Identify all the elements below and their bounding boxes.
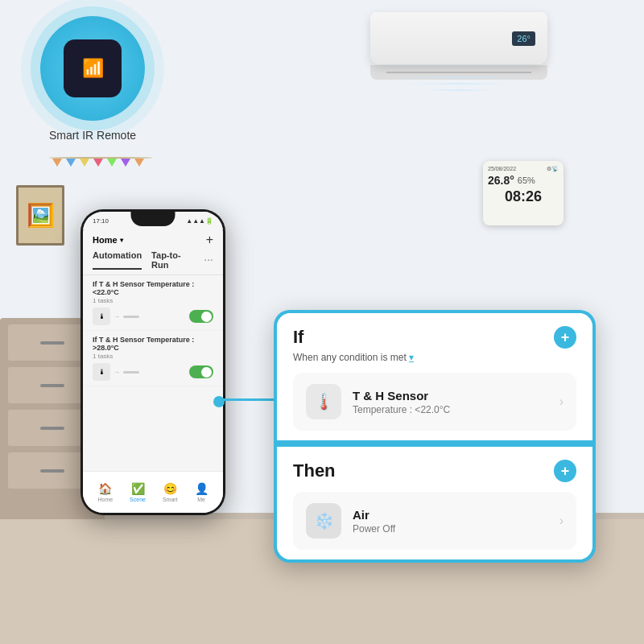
popup-if-section: If + When any condition is met ▾ 🌡️ T & …: [277, 313, 592, 440]
popup-then-title: Then: [293, 460, 336, 481]
nav-scene-label: Scene: [130, 497, 146, 502]
nav-home-label: Home: [97, 497, 113, 502]
ir-remote-label: Smart IR Remote: [49, 129, 136, 142]
popup-if-title: If: [293, 327, 303, 348]
airflow-line-1: [386, 76, 531, 78]
automation-title-1: If T & H Sensor Temperature : <22.0°C: [93, 280, 213, 296]
home-dropdown-icon: ▾: [120, 237, 123, 244]
popup-if-add-button[interactable]: +: [554, 326, 576, 349]
picture-frame: 🖼️: [16, 185, 64, 246]
device-th-sensor-icon: 🌡️: [306, 384, 341, 419]
device-air-info: Air Power Off: [353, 508, 548, 535]
then-device-chevron: ›: [559, 514, 564, 528]
phone-status-icons: ▲▲▲🔋: [186, 217, 213, 225]
nav-home-icon: 🏠: [98, 482, 112, 495]
condition-text: When any condition is met: [293, 352, 407, 363]
nav-me-label: Me: [197, 497, 205, 502]
bunting-decoration: [48, 157, 153, 181]
automation-title-2: If T & H Sensor Temperature : >28.0°C: [93, 336, 213, 352]
nav-smart-icon: 😊: [163, 482, 177, 495]
phone-home-label: Home ▾: [93, 235, 123, 245]
dresser-handle: [40, 341, 64, 345]
popup-inner: If + When any condition is met ▾ 🌡️ T & …: [277, 313, 592, 559]
automation-tasks-1: 1 tasks: [93, 297, 213, 304]
ac-body: 26°: [370, 12, 547, 64]
auto-line-2: [123, 371, 139, 374]
phone-time: 17:10: [93, 217, 109, 225]
toggle-knob-2: [201, 367, 212, 378]
automation-item-2[interactable]: If T & H Sensor Temperature : >28.0°C 1 …: [83, 331, 223, 386]
ac-display: 26°: [512, 31, 535, 46]
device-th-sensor-name: T & H Sensor: [353, 389, 548, 402]
popup-then-add-button[interactable]: +: [554, 460, 576, 482]
tab-more-dots[interactable]: ...: [204, 250, 213, 270]
tab-automation[interactable]: Automation: [93, 250, 142, 270]
device-th-sensor-info: T & H Sensor Temperature : <22.0°C: [353, 389, 548, 415]
thermo-time: 08:26: [488, 188, 559, 205]
airflow-line-2: [408, 83, 510, 85]
automation-row-2: 🌡 →: [93, 363, 213, 381]
popup-if-header: If +: [293, 326, 576, 349]
device-th-sensor-detail: Temperature : <22.0°C: [353, 404, 548, 415]
device-air-icon: ❄️: [306, 503, 341, 539]
nav-me-icon: 👤: [195, 482, 208, 495]
thermo-date: 25/08/2022: [488, 166, 516, 172]
auto-sensor-icon: 🌡: [93, 308, 110, 325]
auto-arrow: →: [114, 313, 120, 320]
nav-item-me[interactable]: 👤 Me: [195, 482, 208, 502]
phone-notch: [131, 212, 175, 226]
automation-row-1: 🌡 →: [93, 308, 213, 325]
thermo-temp: 26.8°: [488, 174, 514, 187]
automation-tasks-2: 1 tasks: [93, 353, 213, 360]
thermo-readings: 26.8° 65%: [488, 174, 559, 187]
popup-then-device-card[interactable]: ❄️ Air Power Off ›: [293, 492, 576, 550]
ir-remote-container: 📶 Smart IR Remote: [40, 16, 145, 142]
auto-line: [123, 316, 139, 318]
air-icon: ❄️: [314, 511, 334, 530]
popup-then-section: Then + ❄️ Air Power Off ›: [277, 440, 592, 559]
ac-vent-line: [386, 72, 531, 73]
device-air-name: Air: [353, 508, 548, 522]
nav-item-home[interactable]: 🏠 Home: [97, 482, 113, 502]
ir-device: 📶: [64, 39, 122, 97]
thermo-display: 25/08/2022 ⚙📡 26.8° 65% 08:26: [483, 161, 564, 225]
phone-screen: 17:10 ▲▲▲🔋 Home ▾ + Automation Tap-to-Ru…: [83, 212, 223, 513]
nav-smart-label: Smart: [163, 497, 178, 502]
airflow-line-3: [423, 89, 495, 91]
phone-tabs: Automation Tap-to-Run ...: [83, 250, 223, 275]
phone-body: 17:10 ▲▲▲🔋 Home ▾ + Automation Tap-to-Ru…: [80, 209, 225, 515]
airflow-lines: [370, 76, 547, 125]
nav-item-smart[interactable]: 😊 Smart: [163, 482, 178, 502]
popup-if-device-card[interactable]: 🌡️ T & H Sensor Temperature : <22.0°C ›: [293, 373, 576, 431]
popup-card: If + When any condition is met ▾ 🌡️ T & …: [274, 310, 596, 563]
condition-dropdown-link[interactable]: ▾: [409, 352, 414, 363]
phone-bottom-nav: 🏠 Home ✅ Scene 😊 Smart 👤 Me: [83, 471, 223, 513]
ir-remote-circle: 📶: [40, 16, 145, 121]
phone-header: Home ▾ +: [83, 229, 223, 250]
automation-icons-1: 🌡 →: [93, 308, 139, 325]
toggle-automation-2[interactable]: [189, 365, 213, 378]
sensor-icon: 🌡️: [314, 392, 334, 411]
toggle-knob-1: [201, 312, 212, 322]
dresser-handle-2: [40, 384, 64, 387]
automation-icons-2: 🌡 →: [93, 363, 139, 381]
popup-condition-label: When any condition is met ▾: [293, 352, 576, 363]
nav-item-scene[interactable]: ✅ Scene: [130, 482, 146, 502]
automation-item-1[interactable]: If T & H Sensor Temperature : <22.0°C 1 …: [83, 275, 223, 331]
thermo-icons: ⚙📡: [547, 166, 559, 172]
auto-arrow-2: →: [114, 369, 120, 376]
thermo-humidity: 65%: [518, 175, 535, 185]
ir-wifi-icon: 📶: [82, 58, 104, 79]
phone-container: 17:10 ▲▲▲🔋 Home ▾ + Automation Tap-to-Ru…: [80, 209, 225, 515]
popup-then-header: Then +: [293, 460, 576, 482]
dresser-handle-4: [40, 469, 64, 473]
toggle-automation-1[interactable]: [189, 310, 213, 323]
dresser-handle-3: [40, 427, 64, 430]
thermo-top-bar: 25/08/2022 ⚙📡: [488, 166, 559, 172]
nav-scene-icon: ✅: [131, 482, 145, 495]
device-chevron: ›: [559, 394, 564, 409]
device-air-detail: Power Off: [353, 523, 548, 535]
auto-sensor-icon-2: 🌡: [93, 363, 110, 381]
tab-tap-to-run[interactable]: Tap-to-Run: [151, 250, 194, 270]
phone-add-button[interactable]: +: [206, 233, 213, 247]
